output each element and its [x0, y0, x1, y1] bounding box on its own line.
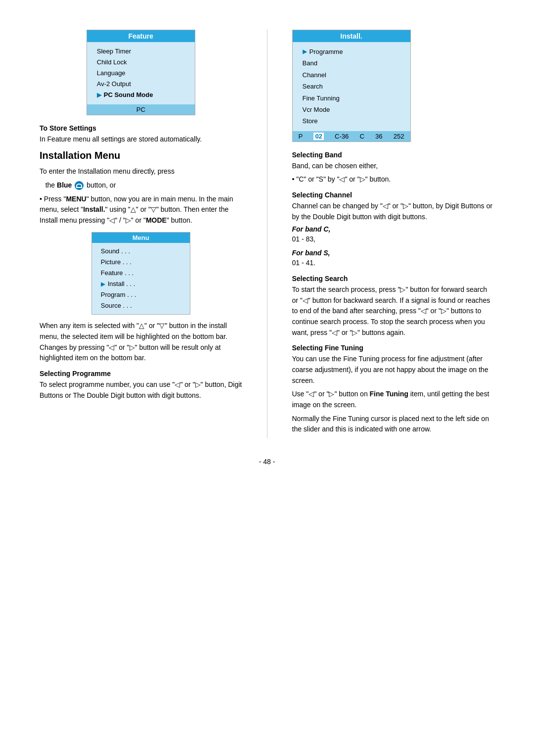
small-menu-box: Menu Sound . . . Picture . . . Feature .… — [91, 232, 190, 315]
footer-total: 252 — [394, 133, 404, 140]
selecting-search-text: To start the search process, press "▷" b… — [292, 284, 495, 338]
install-item-band-label: Band — [303, 57, 317, 69]
install-item-vcrmode: Vcr Mode — [303, 104, 400, 115]
small-menu-feature: Feature . . . — [101, 268, 181, 279]
selecting-fine-tuning-text3: Normally the Fine Tuning cursor is place… — [292, 414, 495, 435]
blue-button-icon — [75, 181, 84, 190]
small-menu-feature-label: Feature . . . — [101, 268, 134, 279]
footer-clabel: C-36 — [335, 133, 349, 140]
selecting-programme-text: To select programme number, you can use … — [40, 379, 242, 401]
small-menu-sound: Sound . . . — [101, 246, 181, 257]
page: Feature Sleep Timer Child Lock Language … — [0, 0, 534, 756]
left-column: Feature Sleep Timer Child Lock Language … — [40, 30, 242, 438]
selecting-programme-heading: Selecting Programme — [40, 370, 242, 378]
selecting-band-note: • "C" or "S" by "◁" or "▷" button. — [292, 174, 495, 185]
small-menu-program-label: Program . . . — [101, 289, 136, 300]
feature-item-pcsound: ▶ PC Sound Mode — [97, 90, 185, 100]
selecting-search-heading: Selecting Search — [292, 275, 495, 283]
install-menu-title: Install. — [293, 30, 410, 42]
page-number: - 48 - — [40, 458, 494, 466]
install-blue-label: Blue — [57, 181, 72, 189]
small-menu-source: Source . . . — [101, 300, 181, 311]
to-store-text: In Feature menu all settings are stored … — [40, 134, 242, 145]
small-menu-picture: Picture . . . — [101, 257, 181, 268]
selecting-band-text: Band, can be chosen either, — [292, 161, 495, 172]
install-item-vcrmode-label: Vcr Mode — [303, 104, 330, 115]
small-menu-sound-label: Sound . . . — [101, 246, 130, 257]
install-menu-footer: P 02 C-36 C 36 252 — [293, 131, 410, 142]
install-item-band: Band — [303, 57, 400, 69]
install-item-programme-label: Programme — [310, 46, 343, 57]
install-item-programme: ▶ Programme — [303, 46, 400, 57]
install-para1: To enter the Installation menu directly,… — [40, 166, 242, 177]
install-para2: • Press "MENU" button, now you are in ma… — [40, 194, 242, 226]
feature-item-childlock: Child Lock — [97, 57, 185, 68]
feature-arrow-icon: ▶ — [97, 90, 101, 100]
feature-item-pcsound-label: PC Sound Mode — [104, 90, 153, 100]
small-menu-picture-label: Picture . . . — [101, 257, 132, 268]
column-divider — [267, 30, 267, 438]
small-menu-install: ▶ Install . . . — [101, 279, 181, 289]
install-para1b: button, or — [87, 181, 116, 189]
feature-item-language-label: Language — [97, 68, 126, 79]
installation-heading: Installation Menu — [40, 150, 242, 161]
footer-p: P — [299, 133, 303, 140]
to-store-heading: To Store Settings — [40, 124, 242, 132]
selecting-fine-tuning-text2: Use "◁" or "▷" button on Fine Tuning ite… — [292, 389, 495, 410]
for-band-c-label: For band C, — [292, 225, 495, 233]
small-menu-items: Sound . . . Picture . . . Feature . . . … — [92, 243, 190, 315]
install-item-search: Search — [303, 81, 400, 92]
install-para3: When any item is selected with "△" or "▽… — [40, 321, 242, 364]
install-menu-items: ▶ Programme Band Channel Search Fine Tun… — [293, 42, 410, 131]
install-item-finetuning-label: Fine Tunning — [303, 93, 340, 104]
install-blue-line: the Blue button, or — [40, 180, 242, 191]
small-menu-arrow-icon: ▶ — [101, 279, 105, 289]
footer-c: C — [359, 133, 364, 140]
install-arrow-programme-icon: ▶ — [303, 47, 307, 57]
selecting-channel-heading: Selecting Channel — [292, 191, 495, 199]
feature-menu-footer: PC — [87, 104, 195, 115]
footer-num: 02 — [313, 133, 323, 140]
install-item-store-label: Store — [303, 115, 318, 127]
selecting-channel-text: Channel can be changed by "◁" or "▷" but… — [292, 201, 495, 222]
install-menu-box: Install. ▶ Programme Band Channel Search — [292, 30, 411, 142]
install-item-store: Store — [303, 115, 400, 127]
feature-item-av2output-label: Av-2 Output — [97, 79, 131, 90]
for-band-s-range: 01 - 41. — [292, 258, 495, 269]
feature-item-language: Language — [97, 68, 185, 79]
right-column: Install. ▶ Programme Band Channel Search — [292, 30, 495, 438]
selecting-fine-tuning-heading: Selecting Fine Tuning — [292, 344, 495, 352]
for-band-c-range: 01 - 83, — [292, 234, 495, 245]
install-item-channel-label: Channel — [303, 69, 326, 81]
for-band-s-label: For band S, — [292, 249, 495, 257]
install-item-search-label: Search — [303, 81, 323, 92]
two-column-layout: Feature Sleep Timer Child Lock Language … — [40, 30, 494, 438]
install-item-finetuning: Fine Tunning — [303, 93, 400, 104]
small-menu-title: Menu — [92, 233, 190, 243]
install-para1-text: To enter the Installation menu directly,… — [40, 167, 175, 175]
feature-item-sleep: Sleep Timer — [97, 46, 185, 57]
small-menu-install-label: Install . . . — [108, 279, 135, 289]
small-menu-source-label: Source . . . — [101, 300, 132, 311]
feature-menu-title: Feature — [87, 30, 195, 42]
selecting-fine-tuning-text1: You can use the Fine Tuning process for … — [292, 354, 495, 386]
small-menu-program: Program . . . — [101, 289, 181, 300]
feature-menu-box: Feature Sleep Timer Child Lock Language … — [87, 30, 195, 115]
selecting-band-heading: Selecting Band — [292, 151, 495, 159]
feature-menu-items: Sleep Timer Child Lock Language Av-2 Out… — [87, 42, 195, 104]
feature-item-sleep-label: Sleep Timer — [97, 46, 131, 57]
footer-ch: 36 — [375, 133, 382, 140]
feature-item-av2output: Av-2 Output — [97, 79, 185, 90]
feature-item-childlock-label: Child Lock — [97, 57, 127, 68]
install-item-channel: Channel — [303, 69, 400, 81]
